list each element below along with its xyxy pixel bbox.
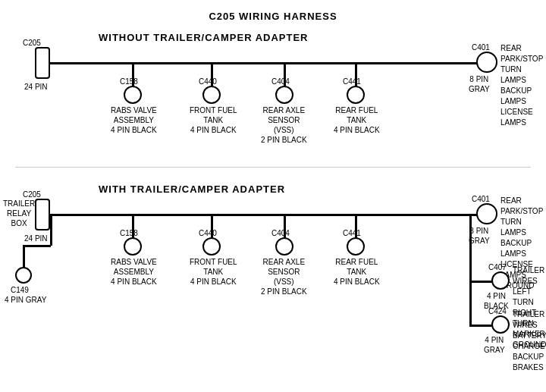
- section2-mainline: [44, 214, 491, 216]
- c441-2-label: C441: [343, 228, 361, 238]
- c424-connector: [491, 315, 510, 334]
- c149-connector: [15, 267, 32, 284]
- c424-label: C424: [488, 306, 507, 316]
- c404-1-connector: [275, 86, 293, 104]
- c407-connector: [491, 271, 510, 290]
- c401-2-sublabel: 8 PINGRAY: [469, 226, 490, 246]
- c205-1-sublabel: 24 PIN: [24, 82, 48, 92]
- c440-2-label: C440: [199, 228, 217, 238]
- section-divider: [15, 167, 531, 168]
- c440-2-sublabel: FRONT FUELTANK4 PIN BLACK: [190, 257, 237, 287]
- c401-1-label: C401: [472, 42, 490, 52]
- c404-1-label: C404: [271, 77, 290, 86]
- c158-2-sublabel: RABS VALVEASSEMBLY4 PIN BLACK: [111, 257, 157, 287]
- c205-2-sublabel: 24 PIN: [24, 234, 48, 243]
- trailer-relay-hline1: [23, 245, 51, 247]
- c424-hline: [469, 325, 492, 327]
- c149-sublabel: 4 PIN GRAY: [5, 295, 46, 305]
- c404-1-sublabel: REAR AXLESENSOR(VSS)2 PIN BLACK: [261, 105, 307, 145]
- c424-rightlabel: TRAILER WIRESBATTERY CHARGEBACKUPBRAKES: [513, 309, 546, 373]
- c149-label: C149: [11, 285, 29, 295]
- trailer-relay-vline1: [50, 215, 52, 246]
- c407-label: C407: [488, 262, 507, 272]
- c440-1-label: C440: [199, 77, 217, 86]
- c441-1-label: C441: [343, 77, 361, 86]
- section1-label: WITHOUT TRAILER/CAMPER ADAPTER: [99, 32, 309, 43]
- c441-2-sublabel: REAR FUELTANK4 PIN BLACK: [334, 257, 380, 287]
- c205-1-connector: [35, 47, 50, 79]
- c158-2-label: C158: [120, 228, 138, 238]
- c440-1-sublabel: FRONT FUELTANK4 PIN BLACK: [190, 105, 237, 135]
- c205-2-connector: [35, 199, 50, 230]
- c441-1-sublabel: REAR FUELTANK4 PIN BLACK: [334, 105, 380, 135]
- page-title: C205 WIRING HARNESS: [0, 5, 546, 22]
- c404-2-label: C404: [271, 228, 290, 238]
- trailer-relay-label: TRAILERRELAYBOX: [3, 199, 35, 228]
- c441-2-connector: [347, 237, 365, 256]
- c441-1-connector: [347, 86, 365, 104]
- section2-label: WITH TRAILER/CAMPER ADAPTER: [99, 183, 285, 195]
- c404-2-connector: [275, 237, 293, 256]
- diagram: C205 WIRING HARNESS WITHOUT TRAILER/CAMP…: [0, 0, 546, 379]
- right-branch-vline: [469, 214, 472, 326]
- section1-mainline: [44, 62, 491, 64]
- c205-1-label: C205: [23, 38, 41, 48]
- c401-1-connector: [476, 52, 497, 73]
- c158-1-sublabel: RABS VALVEASSEMBLY4 PIN BLACK: [111, 105, 157, 135]
- c158-2-connector: [124, 237, 142, 256]
- c424-sublabel: 4 PINGRAY: [484, 335, 505, 355]
- c158-1-label: C158: [120, 77, 138, 86]
- c401-1-rightlabel: REAR PARK/STOPTURN LAMPSBACKUP LAMPSLICE…: [500, 43, 546, 128]
- trailer-relay-vline2: [23, 245, 25, 268]
- c404-2-sublabel: REAR AXLESENSOR(VSS)2 PIN BLACK: [261, 257, 307, 296]
- c401-2-label: C401: [472, 194, 490, 204]
- c158-1-connector: [124, 86, 142, 104]
- c407-hline: [469, 281, 492, 283]
- c440-2-connector: [202, 237, 221, 256]
- c440-1-connector: [202, 86, 221, 104]
- c401-1-sublabel: 8 PINGRAY: [469, 74, 490, 94]
- c401-2-connector: [476, 203, 497, 224]
